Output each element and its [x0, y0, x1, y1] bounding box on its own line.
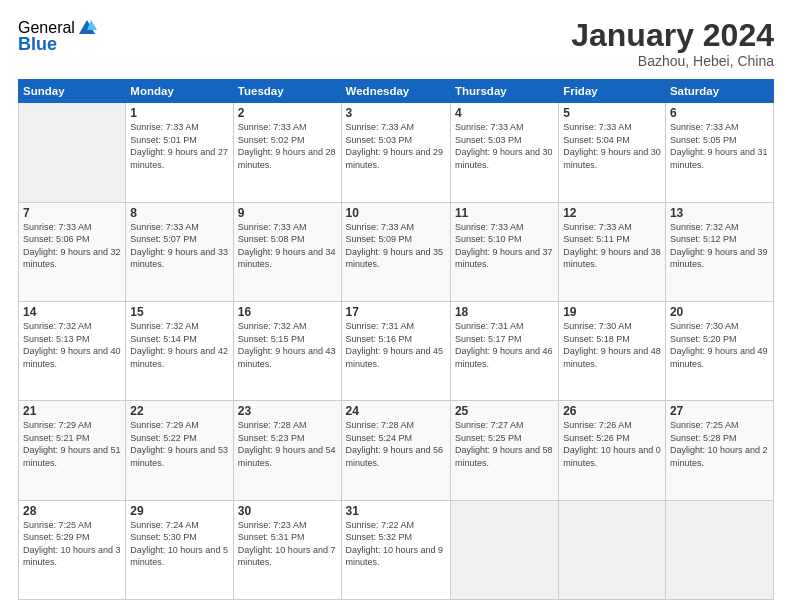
calendar-day-cell: 15 Sunrise: 7:32 AMSunset: 5:14 PMDaylig… [126, 301, 234, 400]
calendar-week-row: 21 Sunrise: 7:29 AMSunset: 5:21 PMDaylig… [19, 401, 774, 500]
day-number: 21 [23, 404, 121, 418]
calendar-day-cell: 3 Sunrise: 7:33 AMSunset: 5:03 PMDayligh… [341, 103, 450, 202]
day-detail: Sunrise: 7:30 AMSunset: 5:18 PMDaylight:… [563, 321, 661, 369]
logo-icon [77, 18, 97, 38]
calendar-day-cell: 19 Sunrise: 7:30 AMSunset: 5:18 PMDaylig… [559, 301, 666, 400]
day-detail: Sunrise: 7:33 AMSunset: 5:08 PMDaylight:… [238, 222, 336, 270]
day-detail: Sunrise: 7:33 AMSunset: 5:09 PMDaylight:… [346, 222, 444, 270]
calendar-day-cell: 28 Sunrise: 7:25 AMSunset: 5:29 PMDaylig… [19, 500, 126, 599]
calendar-day-cell: 11 Sunrise: 7:33 AMSunset: 5:10 PMDaylig… [450, 202, 558, 301]
calendar-day-cell: 4 Sunrise: 7:33 AMSunset: 5:03 PMDayligh… [450, 103, 558, 202]
day-number: 15 [130, 305, 229, 319]
day-detail: Sunrise: 7:22 AMSunset: 5:32 PMDaylight:… [346, 520, 444, 568]
day-number: 8 [130, 206, 229, 220]
day-number: 1 [130, 106, 229, 120]
logo-blue: Blue [18, 34, 57, 55]
calendar-day-cell: 1 Sunrise: 7:33 AMSunset: 5:01 PMDayligh… [126, 103, 234, 202]
day-number: 5 [563, 106, 661, 120]
calendar-day-cell: 24 Sunrise: 7:28 AMSunset: 5:24 PMDaylig… [341, 401, 450, 500]
day-detail: Sunrise: 7:32 AMSunset: 5:13 PMDaylight:… [23, 321, 121, 369]
page: General Blue January 2024 Bazhou, Hebei,… [0, 0, 792, 612]
day-of-week-header: Thursday [450, 80, 558, 103]
day-of-week-header: Saturday [665, 80, 773, 103]
calendar-day-cell: 31 Sunrise: 7:22 AMSunset: 5:32 PMDaylig… [341, 500, 450, 599]
calendar-week-row: 28 Sunrise: 7:25 AMSunset: 5:29 PMDaylig… [19, 500, 774, 599]
calendar-day-cell: 20 Sunrise: 7:30 AMSunset: 5:20 PMDaylig… [665, 301, 773, 400]
day-detail: Sunrise: 7:31 AMSunset: 5:17 PMDaylight:… [455, 321, 553, 369]
day-number: 25 [455, 404, 554, 418]
day-number: 22 [130, 404, 229, 418]
calendar-day-cell: 12 Sunrise: 7:33 AMSunset: 5:11 PMDaylig… [559, 202, 666, 301]
day-detail: Sunrise: 7:28 AMSunset: 5:23 PMDaylight:… [238, 420, 336, 468]
month-title: January 2024 [571, 18, 774, 53]
day-number: 4 [455, 106, 554, 120]
calendar-week-row: 7 Sunrise: 7:33 AMSunset: 5:06 PMDayligh… [19, 202, 774, 301]
calendar-day-cell: 7 Sunrise: 7:33 AMSunset: 5:06 PMDayligh… [19, 202, 126, 301]
day-detail: Sunrise: 7:33 AMSunset: 5:06 PMDaylight:… [23, 222, 121, 270]
calendar-day-cell: 5 Sunrise: 7:33 AMSunset: 5:04 PMDayligh… [559, 103, 666, 202]
day-number: 16 [238, 305, 337, 319]
calendar-day-cell: 10 Sunrise: 7:33 AMSunset: 5:09 PMDaylig… [341, 202, 450, 301]
logo: General Blue [18, 18, 97, 55]
day-number: 7 [23, 206, 121, 220]
calendar-day-cell: 22 Sunrise: 7:29 AMSunset: 5:22 PMDaylig… [126, 401, 234, 500]
calendar-day-cell: 29 Sunrise: 7:24 AMSunset: 5:30 PMDaylig… [126, 500, 234, 599]
day-detail: Sunrise: 7:33 AMSunset: 5:04 PMDaylight:… [563, 122, 661, 170]
day-detail: Sunrise: 7:33 AMSunset: 5:03 PMDaylight:… [455, 122, 553, 170]
day-detail: Sunrise: 7:25 AMSunset: 5:29 PMDaylight:… [23, 520, 121, 568]
day-number: 19 [563, 305, 661, 319]
day-detail: Sunrise: 7:33 AMSunset: 5:01 PMDaylight:… [130, 122, 228, 170]
day-detail: Sunrise: 7:31 AMSunset: 5:16 PMDaylight:… [346, 321, 444, 369]
day-detail: Sunrise: 7:28 AMSunset: 5:24 PMDaylight:… [346, 420, 444, 468]
calendar-day-cell: 9 Sunrise: 7:33 AMSunset: 5:08 PMDayligh… [233, 202, 341, 301]
day-number: 12 [563, 206, 661, 220]
day-number: 6 [670, 106, 769, 120]
day-detail: Sunrise: 7:32 AMSunset: 5:15 PMDaylight:… [238, 321, 336, 369]
calendar-day-cell [665, 500, 773, 599]
location: Bazhou, Hebei, China [571, 53, 774, 69]
calendar-week-row: 14 Sunrise: 7:32 AMSunset: 5:13 PMDaylig… [19, 301, 774, 400]
day-of-week-header: Friday [559, 80, 666, 103]
day-of-week-header: Tuesday [233, 80, 341, 103]
day-number: 20 [670, 305, 769, 319]
day-detail: Sunrise: 7:27 AMSunset: 5:25 PMDaylight:… [455, 420, 553, 468]
calendar-day-cell: 6 Sunrise: 7:33 AMSunset: 5:05 PMDayligh… [665, 103, 773, 202]
day-number: 14 [23, 305, 121, 319]
header: General Blue January 2024 Bazhou, Hebei,… [18, 18, 774, 69]
day-number: 13 [670, 206, 769, 220]
day-number: 28 [23, 504, 121, 518]
day-detail: Sunrise: 7:26 AMSunset: 5:26 PMDaylight:… [563, 420, 661, 468]
day-number: 9 [238, 206, 337, 220]
title-section: January 2024 Bazhou, Hebei, China [571, 18, 774, 69]
calendar-day-cell: 13 Sunrise: 7:32 AMSunset: 5:12 PMDaylig… [665, 202, 773, 301]
day-number: 29 [130, 504, 229, 518]
day-detail: Sunrise: 7:33 AMSunset: 5:10 PMDaylight:… [455, 222, 553, 270]
day-detail: Sunrise: 7:33 AMSunset: 5:05 PMDaylight:… [670, 122, 768, 170]
day-number: 23 [238, 404, 337, 418]
day-of-week-header: Monday [126, 80, 234, 103]
day-detail: Sunrise: 7:33 AMSunset: 5:07 PMDaylight:… [130, 222, 228, 270]
calendar-day-cell: 26 Sunrise: 7:26 AMSunset: 5:26 PMDaylig… [559, 401, 666, 500]
calendar-day-cell: 16 Sunrise: 7:32 AMSunset: 5:15 PMDaylig… [233, 301, 341, 400]
day-detail: Sunrise: 7:30 AMSunset: 5:20 PMDaylight:… [670, 321, 768, 369]
day-of-week-header: Wednesday [341, 80, 450, 103]
day-detail: Sunrise: 7:29 AMSunset: 5:22 PMDaylight:… [130, 420, 228, 468]
day-detail: Sunrise: 7:24 AMSunset: 5:30 PMDaylight:… [130, 520, 228, 568]
day-detail: Sunrise: 7:32 AMSunset: 5:14 PMDaylight:… [130, 321, 228, 369]
day-number: 3 [346, 106, 446, 120]
calendar-day-cell: 27 Sunrise: 7:25 AMSunset: 5:28 PMDaylig… [665, 401, 773, 500]
calendar-day-cell [559, 500, 666, 599]
day-number: 17 [346, 305, 446, 319]
day-of-week-header: Sunday [19, 80, 126, 103]
day-detail: Sunrise: 7:29 AMSunset: 5:21 PMDaylight:… [23, 420, 121, 468]
day-number: 31 [346, 504, 446, 518]
day-number: 10 [346, 206, 446, 220]
day-number: 2 [238, 106, 337, 120]
day-detail: Sunrise: 7:23 AMSunset: 5:31 PMDaylight:… [238, 520, 336, 568]
calendar-day-cell: 8 Sunrise: 7:33 AMSunset: 5:07 PMDayligh… [126, 202, 234, 301]
day-detail: Sunrise: 7:33 AMSunset: 5:11 PMDaylight:… [563, 222, 661, 270]
calendar-day-cell [19, 103, 126, 202]
calendar-day-cell: 14 Sunrise: 7:32 AMSunset: 5:13 PMDaylig… [19, 301, 126, 400]
day-detail: Sunrise: 7:33 AMSunset: 5:03 PMDaylight:… [346, 122, 444, 170]
calendar-day-cell: 25 Sunrise: 7:27 AMSunset: 5:25 PMDaylig… [450, 401, 558, 500]
